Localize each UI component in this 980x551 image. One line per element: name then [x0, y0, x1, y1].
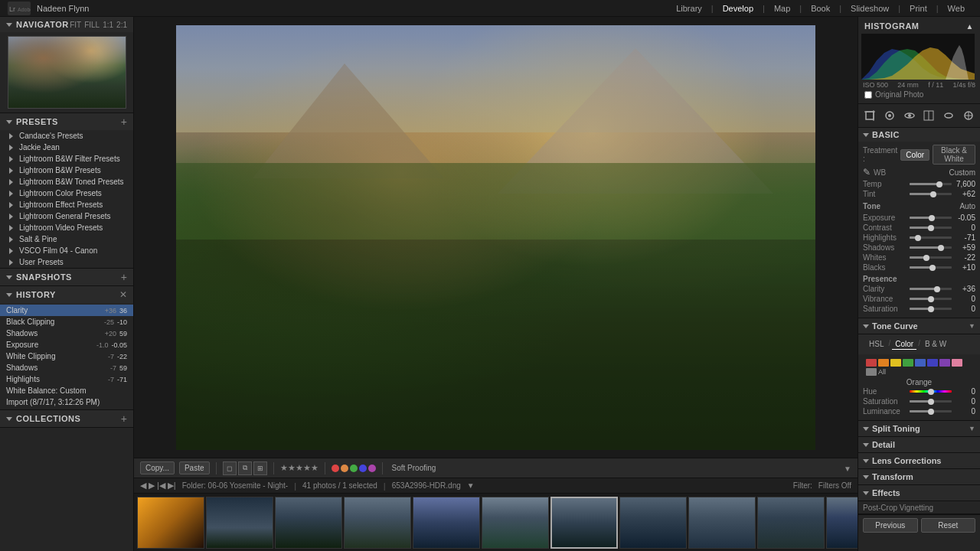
swatch-aqua[interactable] [915, 359, 926, 367]
redeye-tool-icon[interactable] [901, 107, 918, 124]
luminance-slider[interactable] [910, 410, 952, 412]
whites-slider[interactable] [910, 256, 952, 259]
history-item-wb[interactable]: White Balance: Custom [0, 385, 133, 396]
radial-tool-icon[interactable] [940, 107, 957, 124]
effects-header[interactable]: Effects [858, 485, 980, 500]
treatment-bw-btn[interactable]: Black & White [933, 145, 975, 165]
toolbar-dropdown[interactable]: ▼ [844, 465, 851, 473]
eyedropper-icon[interactable]: ✎ [863, 167, 871, 178]
film-thumb-9[interactable] [688, 497, 756, 549]
exposure-slider[interactable] [910, 217, 952, 219]
hsl-tab-color[interactable]: Color [892, 339, 916, 350]
swatch-yellow[interactable] [890, 359, 901, 367]
color-label-purple[interactable] [368, 465, 376, 472]
preset-group-jackie[interactable]: Jackie Jean [0, 142, 133, 153]
preset-group-lrbw[interactable]: Lightroom B&W Presets [0, 165, 133, 176]
saturation-slider[interactable] [910, 308, 952, 310]
history-item-highlights[interactable]: Highlights -7 -71 [0, 373, 133, 385]
nav-fit[interactable]: FIT [70, 21, 81, 29]
healing-tool-icon[interactable] [881, 107, 898, 124]
temp-slider[interactable] [910, 183, 952, 185]
color-saturation-slider[interactable] [910, 400, 952, 403]
all-label[interactable]: All [878, 368, 886, 376]
basic-header[interactable]: Basic [858, 128, 980, 142]
preset-group-lrgeneral[interactable]: Lightroom General Presets [0, 210, 133, 222]
nav-develop[interactable]: Develop [715, 2, 761, 15]
original-photo-checkbox[interactable] [864, 91, 872, 99]
snapshots-add-button[interactable]: + [121, 272, 127, 282]
tone-curve-header[interactable]: Tone Curve ▼ [858, 318, 980, 334]
swatch-all[interactable] [866, 368, 877, 376]
film-thumb-7[interactable] [550, 497, 618, 549]
snapshots-header[interactable]: Snapshots + [0, 269, 133, 285]
history-header[interactable]: History ✕ [0, 286, 133, 303]
film-thumb-11[interactable] [826, 497, 858, 549]
lens-corrections-header[interactable]: Lens Corrections [858, 453, 980, 468]
treatment-color-btn[interactable]: Color [900, 149, 929, 161]
film-thumb-1[interactable] [137, 497, 204, 549]
nav-print[interactable]: Print [902, 2, 935, 15]
hue-slider[interactable] [910, 390, 952, 393]
history-item-whiteclipping[interactable]: White Clipping -7 -22 [0, 350, 133, 362]
swatch-red[interactable] [866, 359, 877, 367]
compare-view-icon[interactable]: ⧉ [238, 461, 252, 475]
swatch-magenta[interactable] [952, 359, 962, 367]
film-thumb-8[interactable] [619, 497, 687, 549]
nav-2-1[interactable]: 2:1 [116, 21, 127, 29]
preset-group-lrbwtoned[interactable]: Lightroom B&W Toned Presets [0, 176, 133, 187]
star-rating[interactable]: ★★★★★ [280, 463, 318, 473]
history-close-button[interactable]: ✕ [119, 289, 127, 300]
clarity-slider[interactable] [910, 288, 952, 290]
color-label-blue[interactable] [359, 465, 367, 472]
film-thumb-3[interactable] [275, 497, 342, 549]
nav-right-arrow[interactable]: ▶ [149, 481, 155, 491]
navigator-header[interactable]: Navigator FIT FILL 1:1 2:1 [0, 17, 133, 32]
film-thumb-4[interactable] [344, 497, 411, 549]
color-label-red[interactable] [332, 465, 339, 472]
reset-button[interactable]: Reset [921, 518, 976, 533]
film-thumb-2[interactable] [206, 497, 273, 549]
swatch-purple[interactable] [939, 359, 950, 367]
preset-group-lreffect[interactable]: Lightroom Effect Presets [0, 199, 133, 210]
loupe-view-icon[interactable]: ◻ [223, 461, 237, 475]
film-thumb-6[interactable] [482, 497, 549, 549]
split-toning-header[interactable]: Split Toning ▼ [858, 421, 980, 436]
transform-header[interactable]: Transform [858, 469, 980, 484]
history-item-exposure[interactable]: Exposure -1.0 -0.05 [0, 339, 133, 350]
preset-group-candace[interactable]: Candace's Presets [0, 130, 133, 142]
swatch-blue[interactable] [927, 359, 938, 367]
hsl-tab-bw[interactable]: B & W [922, 339, 949, 350]
history-item-shadows2[interactable]: Shadows -7 59 [0, 362, 133, 373]
contrast-slider[interactable] [910, 227, 952, 229]
history-item-clarity[interactable]: Clarity +36 36 [0, 305, 133, 316]
preset-group-user[interactable]: User Presets [0, 256, 133, 268]
history-item-import[interactable]: Import (8/7/17, 3:12:26 PM) [0, 396, 133, 408]
survey-view-icon[interactable]: ⊞ [253, 461, 267, 475]
film-thumb-5[interactable] [413, 497, 480, 549]
gradient-tool-icon[interactable] [920, 107, 937, 124]
detail-header[interactable]: Detail [858, 437, 980, 452]
blacks-slider[interactable] [910, 266, 952, 269]
shadows-slider[interactable] [910, 246, 952, 249]
vibrance-slider[interactable] [910, 298, 952, 300]
photo-canvas[interactable] [134, 17, 858, 458]
nav-1-1[interactable]: 1:1 [103, 21, 113, 29]
previous-button[interactable]: Previous [863, 518, 918, 533]
presets-add-button[interactable]: + [121, 116, 127, 127]
highlights-slider[interactable] [910, 236, 952, 239]
collections-header[interactable]: Collections + [0, 410, 133, 427]
nav-first[interactable]: |◀ [157, 481, 165, 491]
history-item-shadows1[interactable]: Shadows +20 59 [0, 328, 133, 339]
nav-left-arrow[interactable]: ◀ [140, 481, 146, 491]
history-item-blackclipping[interactable]: Black Clipping -25 -10 [0, 316, 133, 328]
presets-header[interactable]: Presets + [0, 113, 133, 130]
histogram-expand[interactable]: ▲ [966, 22, 974, 31]
copy-button[interactable]: Copy... [140, 461, 175, 474]
nav-book[interactable]: Book [803, 2, 838, 15]
nav-last[interactable]: ▶| [168, 481, 176, 491]
preset-group-saltpine[interactable]: Salt & Pine [0, 233, 133, 245]
swatch-green[interactable] [903, 359, 913, 367]
nav-library[interactable]: Library [668, 2, 710, 15]
preset-group-lrcolor[interactable]: Lightroom Color Presets [0, 187, 133, 199]
nav-fill[interactable]: FILL [84, 21, 100, 29]
